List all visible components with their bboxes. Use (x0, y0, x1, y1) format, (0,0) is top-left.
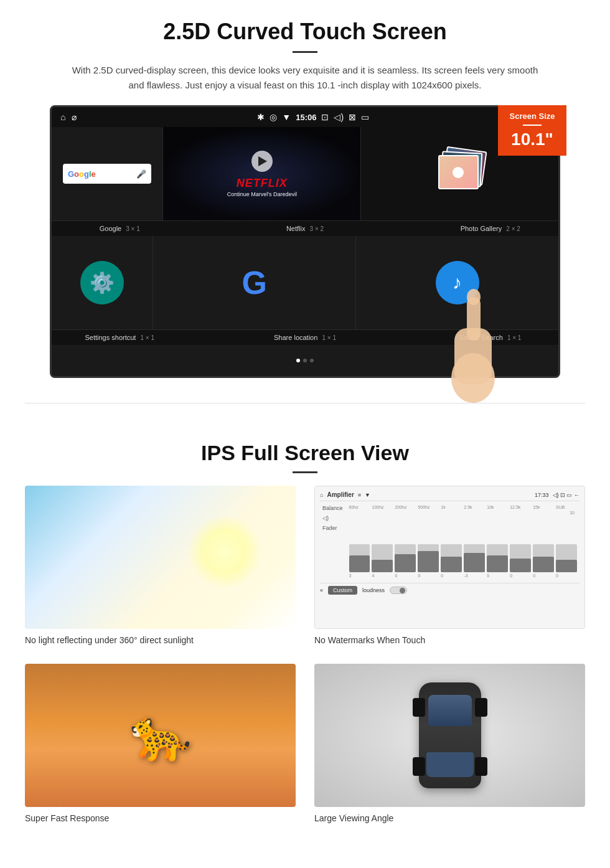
feature-fast-response-caption: Super Fast Response (25, 813, 296, 823)
usb-icon: ⌀ (72, 112, 77, 122)
google-logo: Google (68, 169, 96, 179)
status-center: ✱ ◎ ▼ 15:06 ⊡ ◁) ⊠ ▭ (257, 112, 369, 122)
amp-labels: Balance ◁) Fader (322, 505, 343, 578)
feature-grid: No light reflecting under 360° direct su… (25, 486, 585, 823)
dot-2 (303, 359, 307, 362)
status-time: 15:06 (296, 113, 316, 122)
feature-no-watermarks: ⌂ Amplifier ≡ ▼ 17:33 ◁) ⊡ ▭ ← Balance ◁… (314, 486, 585, 645)
google-search-bar[interactable]: Google 🎤 (63, 164, 152, 184)
netflix-label: Netflix 3 × 2 (182, 225, 429, 232)
feature-fast-response: 🐆 Super Fast Response (25, 664, 296, 823)
gallery-label: Photo Gallery 2 × 2 (429, 225, 553, 232)
feature-large-angle-caption: Large Viewing Angle (314, 813, 585, 823)
window-icon: ▭ (361, 112, 369, 122)
loudness-toggle[interactable] (390, 587, 407, 594)
dot-3 (310, 359, 314, 362)
cheetah-icon: 🐆 (129, 706, 192, 765)
status-bar: ⌂ ⌀ ✱ ◎ ▼ 15:06 ⊡ ◁) ⊠ ▭ (52, 107, 558, 127)
section2-title: IPS Full Screen View (25, 441, 585, 465)
amp-time: 17:33 (535, 492, 549, 498)
mic-icon[interactable]: 🎤 (136, 169, 146, 179)
settings-icon: ⚙️ (80, 261, 124, 304)
feature-no-reflect: No light reflecting under 360° direct su… (25, 486, 296, 645)
google-label: Google 3 × 1 (58, 225, 182, 232)
home-icon[interactable]: ⌂ (60, 112, 65, 122)
settings-app-cell[interactable]: ⚙️ (52, 236, 153, 329)
amp-home-icon: ⌂ (320, 492, 323, 498)
app-labels-row-1: Google 3 × 1 Netflix 3 × 2 Photo Gallery… (52, 221, 558, 236)
feature-no-watermarks-caption: No Watermarks When Touch (314, 635, 585, 645)
google-maps-icon: G (242, 264, 267, 301)
sky-image-container (25, 486, 296, 629)
netflix-bg (163, 127, 360, 220)
amp-icons: ◁) ⊡ ▭ ← (553, 492, 580, 498)
section1-description: With 2.5D curved-display screen, this de… (68, 63, 542, 93)
netflix-app-cell[interactable]: NETFLIX Continue Marvel's Daredevil (163, 127, 361, 220)
screen-showcase: Screen Size 10.1" ⌂ ⌀ ✱ ◎ ▼ 15:06 ⊡ ◁) ⊠ (50, 105, 560, 378)
amp-eq-icon: ≡ (358, 492, 361, 498)
badge-divider (523, 125, 542, 126)
section2-divider (293, 471, 317, 473)
car-image-container (314, 664, 585, 807)
section1-title: 2.5D Curved Touch Screen (37, 19, 573, 45)
flower-decoration (453, 167, 464, 178)
netflix-play-button[interactable] (251, 151, 273, 172)
section-curved-screen: 2.5D Curved Touch Screen With 2.5D curve… (0, 0, 610, 390)
status-left: ⌂ ⌀ (60, 112, 77, 122)
title-divider (293, 51, 317, 53)
feature-no-reflect-caption: No light reflecting under 360° direct su… (25, 635, 296, 645)
sun-glow (187, 514, 262, 589)
settings-label: Settings shortcut 1 × 1 (58, 334, 182, 341)
badge-size: 10.1" (502, 130, 563, 149)
amp-loudness-label: loudness (362, 587, 385, 593)
cheetah-image: 🐆 (25, 664, 296, 807)
amplifier-screen: ⌂ Amplifier ≡ ▼ 17:33 ◁) ⊡ ▭ ← Balance ◁… (314, 486, 585, 629)
volume-icon: ◁) (334, 112, 344, 122)
car-windshield (428, 695, 472, 726)
app-grid-row-1: Google 🎤 NETFLIX Continue Marvel's Dared… (52, 127, 558, 221)
photo-stack (435, 149, 485, 199)
car-wheel-fr (475, 698, 487, 717)
photo-card-3 (438, 155, 479, 189)
car-body (419, 682, 481, 788)
screen-icon: ⊠ (349, 112, 356, 122)
feature-large-angle: Large Viewing Angle (314, 664, 585, 823)
amp-wifi-icon: ▼ (365, 492, 370, 498)
amp-footer: « Custom loudness (320, 583, 580, 595)
netflix-subtitle: Continue Marvel's Daredevil (227, 191, 297, 197)
wifi-icon: ▼ (282, 112, 291, 122)
car-wheel-rl (413, 757, 425, 776)
page-dots (296, 359, 314, 362)
dot-1 (296, 359, 300, 362)
camera-icon: ⊡ (321, 112, 329, 122)
car-image (314, 664, 585, 807)
sky-image (25, 486, 296, 629)
car-wheel-fl (413, 698, 425, 717)
amp-prev-icon[interactable]: « (320, 587, 323, 593)
svg-point-3 (467, 289, 481, 305)
hand-decoration (436, 266, 510, 390)
car-rear (426, 752, 474, 777)
play-icon (258, 156, 267, 166)
google-app-cell[interactable]: Google 🎤 (52, 127, 163, 220)
section-separator (25, 403, 585, 403)
netflix-logo: NETFLIX (237, 177, 288, 190)
amplifier-image-container: ⌂ Amplifier ≡ ▼ 17:33 ◁) ⊡ ▭ ← Balance ◁… (314, 486, 585, 629)
cheetah-image-container: 🐆 (25, 664, 296, 807)
car-wheel-rr (475, 757, 487, 776)
section-ips-screen: IPS Full Screen View No light reflecting… (0, 416, 610, 842)
amp-custom-btn[interactable]: Custom (328, 586, 357, 595)
bluetooth-icon: ✱ (257, 112, 265, 122)
screen-size-badge: Screen Size 10.1" (498, 105, 566, 156)
share-label: Share location 1 × 1 (182, 334, 429, 341)
badge-label: Screen Size (502, 111, 563, 121)
amp-title: Amplifier (327, 491, 354, 498)
amp-header: ⌂ Amplifier ≡ ▼ 17:33 ◁) ⊡ ▭ ← (320, 491, 580, 501)
share-location-cell[interactable]: G (153, 236, 356, 329)
location-icon: ◎ (270, 112, 277, 122)
